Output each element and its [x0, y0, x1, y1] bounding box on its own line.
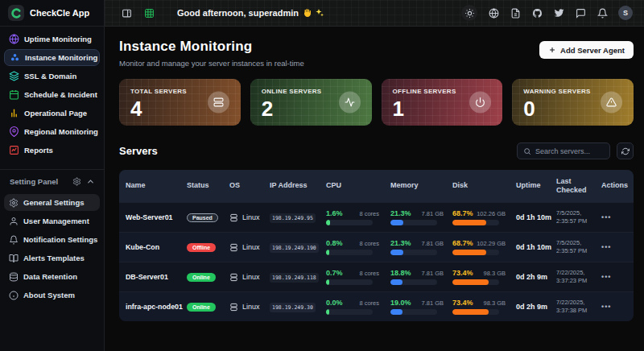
sidebar-item-label: Schedule & Incident: [24, 90, 97, 99]
server-last-checked: 7/5/2025,2:35:57 PM: [556, 209, 601, 226]
bell-icon: [9, 235, 19, 245]
docs-icon[interactable]: [510, 7, 521, 19]
server-disk: 68.7%102.29 GB: [452, 239, 516, 255]
column-header-os: OS: [229, 181, 270, 190]
sidebar-nav: Uptime MonitoringInstance MonitoringSSL …: [0, 27, 104, 159]
chat-icon[interactable]: [575, 7, 586, 19]
search-servers-box[interactable]: [517, 142, 610, 159]
sidebar-item-ssl-domain[interactable]: SSL & Domain: [4, 68, 100, 85]
server-name: Kube-Con: [126, 243, 187, 251]
row-actions-button[interactable]: •••: [601, 243, 634, 251]
column-header-uptime: Uptime: [516, 181, 556, 190]
server-ip: 198.19.249.118: [270, 273, 326, 281]
cluster-icon: [10, 52, 20, 63]
server-memory: 19.0%7.81 GB: [390, 299, 452, 315]
server-ip: 198.19.249.190: [270, 243, 326, 251]
sidebar-item-label: Reports: [24, 146, 53, 155]
language-globe-icon[interactable]: [488, 7, 499, 19]
column-header-disk: Disk: [452, 181, 516, 190]
map-pin-icon: [9, 126, 19, 137]
page-subtitle: Monitor and manage your server instances…: [119, 59, 304, 68]
server-memory: 18.8%7.81 GB: [390, 269, 452, 285]
theme-toggle-icon[interactable]: [461, 5, 477, 21]
servers-table: NameStatusOSIP AddressCPUMemoryDiskUptim…: [119, 170, 634, 321]
bar-chart-icon: [9, 108, 19, 118]
server-name: Web-Server01: [126, 213, 187, 221]
server-row-infra-apc-node01[interactable]: infra-apc-node01OnlineLinux198.19.249.30…: [119, 291, 634, 321]
add-server-agent-button[interactable]: Add Server Agent: [539, 41, 634, 59]
server-row-kube-con[interactable]: Kube-ConOfflineLinux198.19.249.1900.8%8 …: [119, 232, 634, 262]
github-icon[interactable]: [531, 7, 543, 19]
row-actions-button[interactable]: •••: [601, 273, 634, 281]
search-servers-input[interactable]: [535, 147, 604, 155]
server-os: Linux: [229, 303, 270, 312]
status-badge: Online: [187, 303, 216, 312]
server-memory: 21.3%7.81 GB: [390, 209, 452, 225]
settings-item-user-management[interactable]: User Management: [4, 213, 100, 229]
database-icon: [9, 272, 19, 282]
servers-icon: [208, 92, 229, 114]
server-disk: 73.4%98.3 GB: [452, 299, 516, 315]
sidebar-item-reports[interactable]: Reports: [4, 142, 100, 159]
settings-item-notification-settings[interactable]: Notification Settings: [4, 231, 100, 248]
stat-card-offline-servers[interactable]: OFFLINE SERVERS1: [382, 79, 503, 126]
row-actions-button[interactable]: •••: [601, 303, 634, 311]
sidebar-item-label: SSL & Domain: [24, 72, 76, 81]
stat-card-online-servers[interactable]: ONLINE SERVERS2: [250, 79, 372, 126]
sidebar-item-label: Operational Page: [24, 109, 87, 118]
settings-panel-header[interactable]: Setting Panel: [0, 170, 104, 189]
server-disk: 68.7%102.26 GB: [452, 209, 516, 225]
server-last-checked: 7/22/2025,3:37:38 PM: [556, 299, 601, 316]
grid-view-icon[interactable]: [143, 7, 155, 19]
twitter-icon[interactable]: [553, 7, 564, 19]
server-cpu: 0.7%8 cores: [326, 269, 390, 285]
servers-section-title: Servers: [119, 145, 158, 157]
settings-item-label: Alerts Templates: [23, 254, 85, 262]
refresh-button[interactable]: [617, 142, 634, 159]
content: Instance Monitoring Monitor and manage y…: [105, 27, 644, 351]
bell-icon[interactable]: [597, 7, 608, 19]
book-icon: [9, 254, 19, 263]
settings-item-alerts-templates[interactable]: Alerts Templates: [4, 250, 100, 266]
server-name: infra-apc-node01: [126, 303, 187, 311]
os-icon: [229, 213, 238, 222]
settings-nav: General SettingsUser ManagementNotificat…: [0, 189, 104, 304]
server-cpu: 0.8%8 cores: [326, 239, 390, 255]
app-logo[interactable]: CheckCle App: [0, 0, 104, 27]
calendar-icon: [9, 89, 19, 100]
settings-item-label: User Management: [23, 217, 89, 225]
stat-card-warning-servers[interactable]: WARNING SERVERS0: [512, 79, 634, 126]
settings-item-data-retention[interactable]: Data Retention: [4, 268, 100, 285]
sidebar-item-uptime-monitoring[interactable]: Uptime Monitoring: [4, 31, 100, 47]
activity-icon: [339, 92, 361, 114]
os-icon: [229, 243, 238, 252]
settings-item-general-settings[interactable]: General Settings: [4, 194, 100, 211]
server-row-db-server01[interactable]: DB-Server01OnlineLinux198.19.249.1180.7%…: [119, 262, 634, 291]
server-row-web-server01[interactable]: Web-Server01PausedLinux198.19.249.951.6%…: [119, 202, 634, 232]
app-root: CheckCle App Uptime MonitoringInstance M…: [0, 0, 644, 351]
power-icon: [469, 92, 491, 114]
server-status: Online: [187, 303, 229, 312]
sidebar-item-operational-page[interactable]: Operational Page: [4, 105, 100, 122]
stat-card-total-servers[interactable]: TOTAL SERVERS4: [119, 79, 241, 126]
server-cpu: 0.0%8 cores: [326, 299, 390, 315]
row-actions-button[interactable]: •••: [601, 213, 634, 221]
greeting-text: Good afternoon, superadmin: [177, 8, 324, 18]
settings-panel-label: Setting Panel: [10, 177, 58, 186]
chevron-up-icon[interactable]: [86, 177, 95, 186]
server-os: Linux: [229, 213, 270, 222]
sidebar-item-instance-monitoring[interactable]: Instance Monitoring: [4, 49, 100, 66]
sidebar-item-schedule-incident[interactable]: Schedule & Incident: [4, 86, 100, 103]
column-header-status: Status: [187, 181, 229, 190]
main-area: Good afternoon, superadmin: [105, 0, 644, 351]
settings-item-about-system[interactable]: About System: [4, 287, 100, 304]
os-icon: [229, 303, 238, 312]
sidebar-toggle-icon[interactable]: [121, 7, 132, 19]
sidebar-item-regional-monitoring[interactable]: Regional Monitoring: [4, 123, 100, 140]
status-badge: Online: [187, 273, 216, 282]
gear-icon[interactable]: [72, 177, 81, 186]
server-ip: 198.19.249.30: [270, 303, 326, 311]
page-title: Instance Monitoring: [119, 39, 304, 55]
avatar[interactable]: S: [618, 6, 633, 20]
settings-item-label: Notification Settings: [23, 235, 97, 244]
